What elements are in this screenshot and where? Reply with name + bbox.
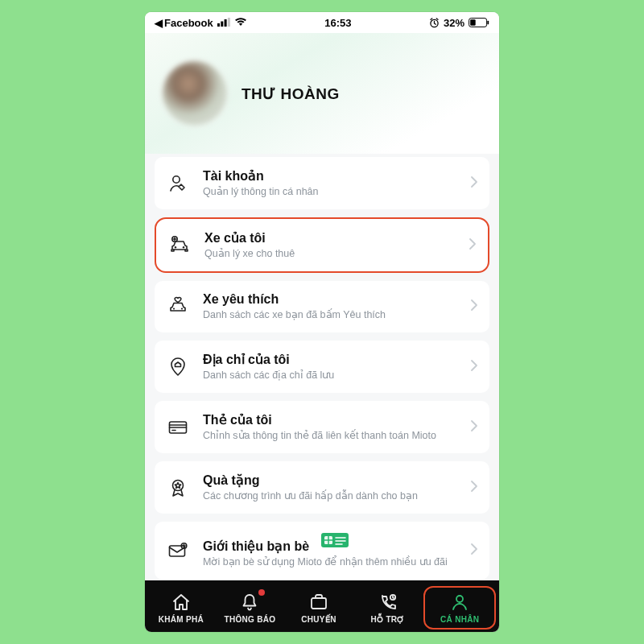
tab-notifications[interactable]: THÔNG BÁO bbox=[216, 585, 285, 630]
tab-support[interactable]: HỖ TRỢ bbox=[353, 585, 423, 630]
chevron-right-icon bbox=[469, 237, 477, 254]
menu-item-account[interactable]: Tài khoản Quản lý thông tin cá nhân bbox=[155, 157, 489, 209]
phone-frame: ◀ Facebook 16:53 32% THƯ HOÀNG bbox=[145, 12, 499, 632]
status-bar: ◀ Facebook 16:53 32% bbox=[145, 12, 499, 33]
briefcase-icon bbox=[308, 592, 329, 612]
bell-icon bbox=[239, 592, 260, 612]
menu-title: Quà tặng bbox=[203, 473, 457, 488]
mail-gift-icon bbox=[166, 539, 190, 563]
badge-star-icon bbox=[166, 476, 190, 500]
menu-sub: Các chương trình ưu đãi hấp dẫn dành cho… bbox=[203, 490, 457, 502]
chevron-right-icon bbox=[470, 299, 478, 315]
tab-label: HỖ TRỢ bbox=[371, 615, 405, 624]
tab-label: CHUYẾN bbox=[301, 615, 336, 624]
menu-title: Địa chỉ của tôi bbox=[203, 352, 457, 367]
tab-label: THÔNG BÁO bbox=[224, 615, 275, 624]
notification-dot-icon bbox=[258, 589, 265, 596]
menu-item-my-cars[interactable]: Xe của tôi Quản lý xe cho thuê bbox=[155, 217, 489, 273]
chevron-right-icon bbox=[470, 175, 478, 192]
car-heart-icon bbox=[166, 295, 190, 319]
chevron-right-icon bbox=[470, 359, 478, 375]
referral-badge-icon bbox=[320, 531, 350, 549]
menu-title: Tài khoản bbox=[203, 168, 457, 184]
menu-title: Xe yêu thích bbox=[203, 292, 457, 307]
tab-label: CÁ NHÂN bbox=[440, 615, 479, 624]
signal-icon bbox=[217, 17, 230, 29]
menu-title-text: Giới thiệu bạn bè bbox=[203, 539, 309, 553]
carrier-text: Facebook bbox=[164, 17, 213, 29]
svg-point-10 bbox=[183, 246, 184, 248]
chevron-right-icon bbox=[470, 543, 478, 559]
menu-item-referral[interactable]: Giới thiệu bạn bè Mời bạn bè sử dụng Mio… bbox=[155, 522, 489, 580]
svg-rect-1 bbox=[221, 21, 223, 27]
menu-sub: Chỉnh sửa thông tin thẻ đã liên kết than… bbox=[203, 430, 457, 442]
home-icon bbox=[171, 592, 192, 612]
svg-point-22 bbox=[456, 596, 463, 602]
avatar[interactable] bbox=[163, 61, 227, 126]
credit-card-icon bbox=[166, 415, 190, 440]
status-time: 16:53 bbox=[324, 17, 351, 29]
svg-point-12 bbox=[173, 308, 175, 309]
alarm-icon bbox=[429, 18, 440, 28]
svg-rect-7 bbox=[487, 21, 489, 25]
svg-rect-2 bbox=[224, 19, 226, 27]
tab-trips[interactable]: CHUYẾN bbox=[284, 585, 353, 630]
svg-point-13 bbox=[181, 308, 183, 309]
menu-title: Giới thiệu bạn bè bbox=[203, 533, 457, 554]
menu-title: Thẻ của tôi bbox=[203, 412, 457, 427]
car-add-icon bbox=[167, 233, 192, 258]
tab-label: KHÁM PHÁ bbox=[159, 615, 204, 624]
chevron-right-icon bbox=[470, 480, 478, 496]
svg-rect-6 bbox=[470, 19, 476, 26]
profile-header: THƯ HOÀNG bbox=[145, 33, 499, 154]
svg-rect-0 bbox=[217, 23, 220, 27]
status-left: ◀ Facebook bbox=[155, 17, 247, 29]
menu-item-gifts[interactable]: Quà tặng Các chương trình ưu đãi hấp dẫn… bbox=[155, 461, 489, 514]
tab-bar: KHÁM PHÁ THÔNG BÁO CHUYẾN HỖ TRỢ CÁ N bbox=[145, 580, 499, 632]
person-icon bbox=[449, 592, 470, 612]
menu-sub: Danh sách các địa chỉ đã lưu bbox=[203, 369, 457, 382]
menu-sub: Danh sách các xe bạn đã bấm Yêu thích bbox=[203, 309, 457, 321]
back-caret-icon: ◀ bbox=[155, 17, 163, 29]
svg-rect-20 bbox=[312, 598, 326, 609]
tab-profile[interactable]: CÁ NHÂN bbox=[423, 586, 496, 630]
profile-name: THƯ HOÀNG bbox=[242, 85, 340, 103]
wifi-icon bbox=[234, 17, 247, 29]
menu-item-addresses[interactable]: Địa chỉ của tôi Danh sách các địa chỉ đã… bbox=[155, 341, 489, 393]
svg-point-9 bbox=[175, 246, 176, 248]
svg-point-8 bbox=[173, 175, 180, 182]
status-right: 32% bbox=[429, 17, 489, 29]
location-home-icon bbox=[166, 355, 190, 379]
menu-list: Tài khoản Quản lý thông tin cá nhân Xe c… bbox=[145, 154, 499, 580]
person-edit-icon bbox=[166, 171, 190, 196]
menu-sub: Quản lý xe cho thuê bbox=[204, 248, 456, 260]
support-phone-icon bbox=[378, 592, 398, 612]
menu-sub: Mời bạn bè sử dụng Mioto để nhận thêm nh… bbox=[203, 556, 457, 568]
chevron-right-icon bbox=[470, 419, 478, 436]
menu-item-favorites[interactable]: Xe yêu thích Danh sách các xe bạn đã bấm… bbox=[155, 281, 489, 332]
menu-title: Xe của tôi bbox=[204, 230, 456, 246]
svg-point-15 bbox=[173, 480, 184, 490]
menu-sub: Quản lý thông tin cá nhân bbox=[203, 186, 457, 198]
tab-explore[interactable]: KHÁM PHÁ bbox=[147, 585, 216, 630]
menu-item-cards[interactable]: Thẻ của tôi Chỉnh sửa thông tin thẻ đã l… bbox=[155, 401, 489, 453]
battery-pct: 32% bbox=[444, 17, 464, 29]
svg-rect-3 bbox=[228, 18, 230, 27]
battery-icon bbox=[469, 18, 489, 27]
